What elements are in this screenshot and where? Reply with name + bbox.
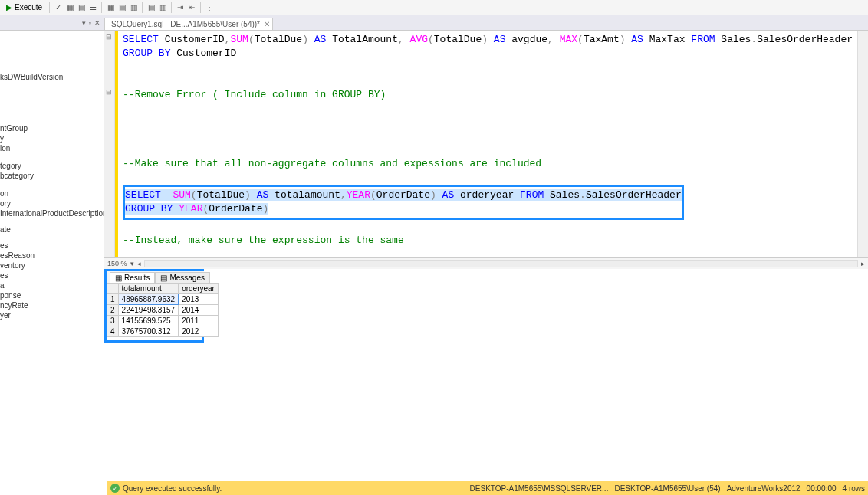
results-grid-icon[interactable]: ▦ [106,3,115,12]
table-row[interactable]: 3 14155699.525 2011 [107,316,219,326]
fold-icon[interactable]: ⊟ [106,33,112,41]
status-rows: 4 rows [843,484,865,493]
tree-item[interactable]: tegory [0,161,104,171]
grid-icon[interactable]: ▦ [65,3,74,12]
fold-icon[interactable]: ⊟ [106,88,112,96]
message-icon: ▤ [160,274,167,282]
zoom-level[interactable]: 150 % [107,260,127,267]
execute-button[interactable]: ▶Execute [3,2,45,12]
tab-messages[interactable]: ▤ Messages [155,272,210,283]
tree-item[interactable]: ntGroup [0,123,104,133]
cell[interactable]: 22419498.3157 [118,305,179,316]
editor-tab[interactable]: SQLQuery1.sql - DE...A1M5655\User (54))*… [104,18,273,30]
separator [101,2,102,13]
vertical-scrollbar[interactable] [857,31,868,257]
status-user: DESKTOP-A1M5655\User (54) [614,484,720,493]
horizontal-scrollbar[interactable] [144,260,858,267]
scroll-left-icon[interactable]: ◂ [137,260,141,267]
close-icon[interactable]: ✕ [264,20,270,28]
tree-item[interactable]: y [0,133,104,143]
cell[interactable]: 14155699.525 [118,316,179,326]
play-icon: ▶ [6,3,12,11]
scroll-right-icon[interactable]: ▸ [861,260,865,267]
tree-item[interactable]: ion [0,143,104,153]
table-row[interactable]: 1 48965887.9632 2013 [107,294,219,305]
tree-item[interactable]: es [0,270,104,280]
indent-icon[interactable]: ⇥ [176,3,185,12]
close-panel-icon[interactable]: ✕ [94,19,100,27]
cell[interactable]: 2011 [179,316,219,326]
tab-title: SQLQuery1.sql - DE...A1M5655\User (54))* [111,20,260,28]
tree-item[interactable]: InternationalProductDescription [0,208,104,218]
uncomment-icon[interactable]: ▥ [158,3,167,12]
pin-icon[interactable]: ▾ [82,19,86,27]
code-editor[interactable]: SELECT CustomerID,SUM(TotalDue) AS Total… [118,31,857,257]
result-tabs: ▦ Results ▤ Messages [104,269,204,283]
status-message: Query executed successfully. [123,484,222,493]
object-explorer: ▾ ▫ ✕ ksDWBuildVersion ntGroup y ion teg… [0,15,104,495]
column-header[interactable]: totalamount [118,284,179,294]
separator [142,2,143,13]
dropdown-icon[interactable]: ▫ [89,19,91,27]
tree-item[interactable]: ory [0,198,104,208]
row-number: 4 [107,326,119,337]
execute-label: Execute [15,3,42,11]
table-icon[interactable]: ▤ [77,3,86,12]
status-bar: ✓ Query executed successfully. DESKTOP-A… [107,481,868,495]
cell[interactable]: 37675700.312 [118,326,179,337]
corner-cell [107,284,119,294]
check-icon[interactable]: ✓ [54,3,63,12]
table-row[interactable]: 4 37675700.312 2012 [107,326,219,337]
separator [171,2,172,13]
tab-results[interactable]: ▦ Results [110,272,155,283]
tree-item[interactable]: bcategory [0,171,104,181]
cell[interactable]: 2013 [179,294,219,305]
tree-item[interactable]: esReason [0,251,104,261]
status-time: 00:00:00 [807,484,837,493]
messages-tab-label: Messages [169,274,205,282]
zoom-dropdown-icon[interactable]: ▾ [130,260,134,267]
results-panel: ▦ Results ▤ Messages totalamount orderye… [104,269,868,495]
outline-icon[interactable]: ☰ [88,3,97,12]
row-number: 3 [107,316,119,326]
header-row: totalamount orderyear [107,284,219,294]
tree-item[interactable]: ponse [0,290,104,300]
tree-item[interactable]: ventory [0,261,104,270]
tree-item [0,82,104,91]
tree-item[interactable]: ncyRate [0,300,104,310]
tree-item[interactable]: es [0,241,104,251]
status-db: AdventureWorks2012 [727,484,801,493]
separator [49,2,50,13]
results-text-icon[interactable]: ▤ [117,3,127,12]
results-file-icon[interactable]: ▥ [129,3,138,12]
tree-item [0,91,104,100]
main-toolbar: ▶Execute ✓ ▦ ▤ ☰ ▦ ▤ ▥ ▤ ▥ ⇥ ⇤ ⋮ [0,0,868,15]
cell[interactable]: 2012 [179,326,219,337]
sidebar-header: ▾ ▫ ✕ [0,15,104,31]
status-server: DESKTOP-A1M5655\MSSQLSERVER... [470,484,609,493]
tree: ksDWBuildVersion ntGroup y ion tegory bc… [0,31,104,323]
zoom-bar: 150 % ▾ ◂ ▸ [104,257,868,269]
gutter: ⊟ ⊟ [104,31,115,257]
grid-icon: ▦ [115,274,122,282]
tree-item[interactable]: yer [0,310,104,320]
cell[interactable]: 48965887.9632 [118,294,179,305]
check-circle-icon: ✓ [110,484,120,493]
outdent-icon[interactable]: ⇤ [187,3,196,12]
tree-item[interactable]: on [0,188,104,198]
tab-bar: SQLQuery1.sql - DE...A1M5655\User (54))*… [104,15,868,31]
tree-item[interactable]: ksDWBuildVersion [0,72,104,82]
separator [200,2,201,13]
cell[interactable]: 2014 [179,305,219,316]
row-number: 1 [107,294,119,305]
results-tab-label: Results [124,274,150,282]
column-header[interactable]: orderyear [179,284,219,294]
specify-icon[interactable]: ⋮ [205,3,214,12]
table-row[interactable]: 2 22419498.3157 2014 [107,305,219,316]
tree-item[interactable]: a [0,280,104,290]
row-number: 2 [107,305,119,316]
results-grid[interactable]: totalamount orderyear 1 48965887.9632 20… [107,283,219,337]
tree-item[interactable]: ate [0,225,104,234]
comment-icon[interactable]: ▤ [146,3,156,12]
